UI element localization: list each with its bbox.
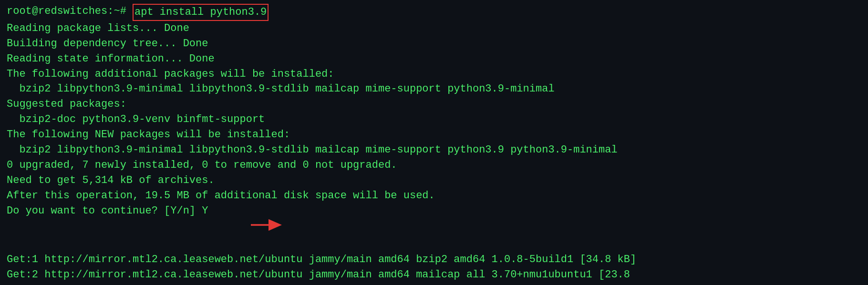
terminal-line-additional: The following additional packages will b…: [7, 67, 861, 82]
line-text: Need to get 5,314 kB of archives.: [7, 173, 215, 188]
terminal-line-new-pkgs: bzip2 libpython3.9-minimal libpython3.9-…: [7, 142, 861, 158]
line-text: After this operation, 19.5 MB of additio…: [7, 188, 435, 204]
line-text: bzip2 libpython3.9-minimal libpython3.9-…: [7, 81, 555, 97]
terminal-line-reading-pkg: Reading package lists... Done: [7, 21, 861, 36]
terminal-line-reading-state: Reading state information... Done: [7, 51, 861, 67]
prompt-text: root@redswitches:~#: [7, 4, 133, 21]
line-text: The following additional packages will b…: [7, 67, 334, 82]
line-text: Reading package lists... Done: [7, 21, 189, 36]
terminal-line-suggested: Suggested packages:: [7, 97, 861, 112]
terminal-line-new: The following NEW packages will be insta…: [7, 127, 861, 142]
line-text: 0 upgraded, 7 newly installed, 0 to remo…: [7, 158, 397, 173]
terminal-line-get2: Get:2 http://mirror.mtl2.ca.leaseweb.net…: [7, 267, 861, 283]
terminal-line-building: Building dependency tree... Done: [7, 36, 861, 51]
terminal-window: root@redswitches:~# apt install python3.…: [0, 0, 868, 285]
line-text: The following NEW packages will be insta…: [7, 127, 290, 142]
line-text: Suggested packages:: [7, 97, 126, 112]
terminal-line-get1: Get:1 http://mirror.mtl2.ca.leaseweb.net…: [7, 252, 861, 267]
red-arrow-icon: [211, 204, 287, 253]
line-text: Get:1 http://mirror.mtl2.ca.leaseweb.net…: [7, 252, 636, 267]
command-text: apt install python3.9: [133, 4, 269, 21]
terminal-line-additional-pkgs: bzip2 libpython3.9-minimal libpython3.9-…: [7, 81, 861, 97]
terminal-line-upgraded: 0 upgraded, 7 newly installed, 0 to remo…: [7, 158, 861, 173]
terminal-line-suggested-pkgs: bzip2-doc python3.9-venv binfmt-support: [7, 112, 861, 127]
terminal-line-prompt: root@redswitches:~# apt install python3.…: [7, 4, 861, 21]
line-text: bzip2-doc python3.9-venv binfmt-support: [7, 112, 265, 127]
line-text: Reading state information... Done: [7, 51, 215, 67]
continue-text: Do you want to continue? [Y/n] Y: [7, 204, 208, 253]
terminal-line-continue: Do you want to continue? [Y/n] Y: [7, 204, 861, 253]
terminal-line-need: Need to get 5,314 kB of archives.: [7, 173, 861, 188]
line-text: bzip2 libpython3.9-minimal libpython3.9-…: [7, 142, 618, 158]
line-text: Get:2 http://mirror.mtl2.ca.leaseweb.net…: [7, 267, 630, 283]
terminal-line-after: After this operation, 19.5 MB of additio…: [7, 188, 861, 204]
line-text: Building dependency tree... Done: [7, 36, 208, 51]
